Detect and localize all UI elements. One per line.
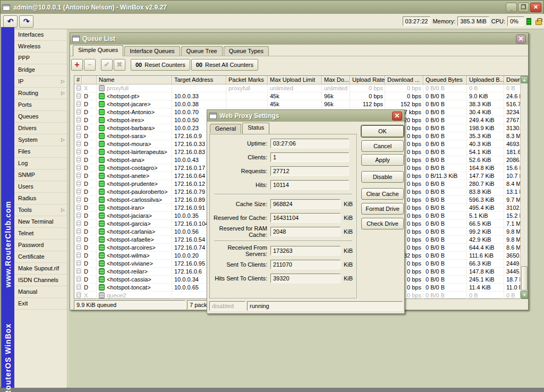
- column-header-maxdown[interactable]: Max Do...: [322, 76, 350, 84]
- table-row[interactable]: D<hotspot-jacare>10.0.0.3845k96k112 bps1…: [74, 100, 528, 108]
- remove-button[interactable]: −: [84, 59, 96, 71]
- sidebar-item-system[interactable]: System▷: [14, 134, 67, 146]
- reset-counters-button[interactable]: 00 Reset Counters: [131, 59, 190, 71]
- sidebar-item-wireless[interactable]: Wireless: [14, 41, 67, 53]
- queue-icon: [99, 220, 105, 227]
- cell-uploaded: 147.7 KiB: [467, 172, 504, 180]
- sidebar-item-log[interactable]: Log: [14, 158, 67, 169]
- check-drive-button[interactable]: Check Drive: [361, 218, 404, 229]
- sidebar-item-ppp[interactable]: PPP: [14, 53, 67, 64]
- enable-button[interactable]: ✔: [101, 59, 113, 71]
- sidebar-item-tools[interactable]: Tools▷: [14, 204, 67, 216]
- cell-maxdown: 96k: [322, 100, 350, 108]
- tab-general[interactable]: General: [210, 124, 241, 133]
- sidebar-item-certificate[interactable]: Certificate: [14, 251, 67, 263]
- clear-cache-button[interactable]: Clear Cache: [361, 188, 404, 200]
- cell-num: [74, 188, 82, 195]
- field-value-cache-size[interactable]: 968824: [270, 199, 341, 209]
- top-toolbar: ↶ ↷ 03:27:22 Memory: 385.3 MiB CPU: 0%: [1, 14, 544, 29]
- cell-downloaded: 9.8 M: [504, 236, 521, 243]
- field-value-reserved-for-ram-cache[interactable]: 2048: [270, 227, 341, 236]
- minimize-button[interactable]: _: [506, 3, 517, 12]
- restore-button[interactable]: ❐: [518, 3, 529, 12]
- cell-queued: 0 B/0 B: [423, 180, 467, 188]
- sidebar-item-radius[interactable]: Radius: [14, 193, 67, 204]
- field-value-uptime[interactable]: 03:27:06: [270, 139, 349, 148]
- sidebar-item-exit[interactable]: Exit: [14, 298, 67, 310]
- column-header-target[interactable]: Target Address: [172, 76, 226, 84]
- row-marker-icon: [76, 109, 80, 115]
- sidebar-item-isdn-channels[interactable]: ISDN Channels: [14, 275, 67, 286]
- tab-queue-types[interactable]: Queue Types: [224, 46, 269, 56]
- cell-num: [74, 172, 82, 180]
- column-header-marks[interactable]: Packet Marks: [226, 76, 268, 84]
- sidebar-item-ports[interactable]: Ports: [14, 99, 67, 111]
- column-header-downrate[interactable]: Download ...: [385, 76, 423, 84]
- column-header-name[interactable]: Name: [97, 76, 172, 84]
- row-marker-icon: [76, 260, 80, 266]
- proxy-dialog-titlebar[interactable]: Web Proxy Settings ✕: [207, 110, 404, 122]
- queue-icon: [99, 93, 105, 99]
- field-value-clients[interactable]: 1: [270, 152, 349, 162]
- row-marker-icon: [76, 85, 80, 91]
- queue-list-close-icon[interactable]: ✕: [516, 35, 526, 44]
- cell-queued: 0 B/0 B: [423, 124, 467, 132]
- tab-simple-queues[interactable]: Simple Queues: [73, 45, 123, 56]
- field-value-hits[interactable]: 10114: [270, 180, 349, 190]
- sidebar-item-make-supout-rif[interactable]: Make Supout.rif: [14, 263, 67, 275]
- sidebar-item-ip[interactable]: IP▷: [14, 76, 67, 88]
- scrollbar-thumb[interactable]: [521, 266, 528, 291]
- field-value-requests[interactable]: 27712: [270, 166, 349, 176]
- apply-button[interactable]: Apply: [361, 154, 404, 166]
- sidebar-item-bridge[interactable]: Bridge: [14, 64, 67, 76]
- sidebar-item-manual[interactable]: Manual: [14, 286, 67, 298]
- ok-button[interactable]: OK: [361, 125, 404, 137]
- redo-button[interactable]: ↷: [19, 15, 33, 28]
- cell-name: <hotspot-sara>: [97, 132, 172, 140]
- vertical-scrollbar[interactable]: ▲ ▼: [520, 76, 528, 299]
- table-row[interactable]: Xproxyfullproxyfullunlimitedunlimited0 b…: [74, 84, 528, 92]
- column-header-maxup[interactable]: Max Upload Limit: [268, 76, 322, 84]
- format-drive-button[interactable]: Format Drive: [361, 203, 404, 215]
- field-value-reserved-for-cache[interactable]: 16431104: [270, 213, 341, 223]
- column-header-queued[interactable]: Queued Bytes: [423, 76, 467, 84]
- sidebar-item-users[interactable]: Users: [14, 181, 67, 193]
- tab-status[interactable]: Status: [242, 123, 269, 134]
- cell-queued: 0 B/0 B: [423, 212, 467, 219]
- disable-button[interactable]: Disable: [361, 171, 404, 183]
- sidebar-item-files[interactable]: Files: [14, 146, 67, 158]
- reset-all-counters-button[interactable]: 00 Reset All Counters: [191, 59, 258, 71]
- sidebar-item-routing[interactable]: Routing▷: [14, 88, 67, 99]
- undo-button[interactable]: ↶: [3, 15, 18, 28]
- cancel-button[interactable]: Cancel: [361, 140, 404, 152]
- cell-uploaded: 42.9 KiB: [467, 236, 504, 243]
- column-header-num[interactable]: #: [74, 76, 82, 84]
- queue-list-title: Queue List: [82, 35, 115, 42]
- sidebar-item-drivers[interactable]: Drivers: [14, 123, 67, 134]
- sidebar-item-password[interactable]: Password: [14, 240, 67, 251]
- field-value-hits-sent-to-clients[interactable]: 39320: [270, 274, 341, 283]
- column-header-flag[interactable]: [82, 76, 97, 84]
- row-marker-icon: [76, 173, 80, 178]
- table-row[interactable]: D<hotspot-pt>10.0.0.3345k96k0 bps0 bps0 …: [74, 92, 528, 100]
- sidebar-item-new-terminal[interactable]: New Terminal: [14, 216, 67, 228]
- scroll-up-icon[interactable]: ▲: [521, 76, 528, 83]
- field-value-received-from-servers[interactable]: 173263: [270, 246, 341, 255]
- field-value-sent-to-clients[interactable]: 211070: [270, 260, 341, 269]
- queue-list-titlebar[interactable]: Queue List ✕: [70, 33, 528, 45]
- add-button[interactable]: +: [71, 59, 83, 71]
- sidebar-item-snmp[interactable]: SNMP: [14, 169, 67, 181]
- tab-interface-queues[interactable]: Interface Queues: [124, 46, 180, 56]
- close-button[interactable]: ✕: [530, 3, 541, 12]
- column-header-downloaded[interactable]: Downloaded: [504, 76, 521, 84]
- column-header-uploaded[interactable]: Uploaded B...: [467, 76, 504, 84]
- tab-queue-tree[interactable]: Queue Tree: [181, 46, 223, 56]
- sidebar-item-interfaces[interactable]: Interfaces: [14, 29, 67, 41]
- column-header-uprate[interactable]: Upload Rate: [350, 76, 385, 84]
- scroll-down-icon[interactable]: ▼: [521, 291, 528, 299]
- cell-flag: D: [82, 196, 97, 203]
- sidebar-item-queues[interactable]: Queues: [14, 111, 67, 123]
- disable-button[interactable]: ✖: [114, 59, 125, 71]
- sidebar-item-telnet[interactable]: Telnet: [14, 228, 67, 240]
- proxy-dialog-close-icon[interactable]: ✕: [392, 112, 402, 121]
